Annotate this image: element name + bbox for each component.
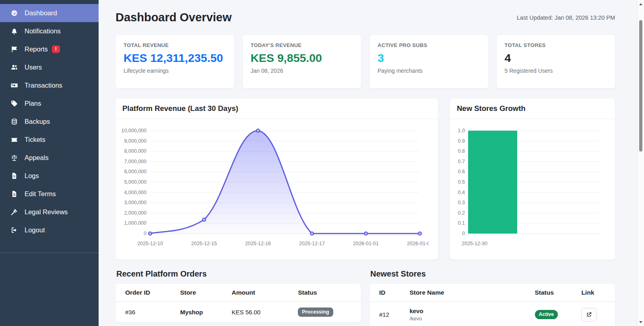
chart-title: Platform Revenue (Last 30 Days)	[116, 98, 438, 119]
orders-col-amount: Amount	[226, 284, 292, 302]
stat-card-total-stores: TOTAL STORES 4 5 Registered Users	[497, 35, 615, 88]
svg-text:6,000,000: 6,000,000	[124, 169, 147, 174]
svg-text:1,000,000: 1,000,000	[124, 220, 147, 226]
main-content: Dashboard Overview Last Updated: Jan 08,…	[99, 0, 637, 326]
chart-title: New Stores Growth	[450, 98, 615, 119]
stat-value: 4	[505, 52, 607, 64]
svg-text:0.6: 0.6	[458, 169, 465, 174]
svg-text:3,000,000: 3,000,000	[124, 200, 147, 205]
orders-col-store: Store	[174, 284, 226, 302]
orders-col-status: Status	[292, 284, 361, 302]
ticket-icon	[10, 136, 19, 144]
stores-col-name: Store Name	[404, 284, 529, 302]
stat-card-total-revenue: TOTAL REVENUE KES 12,311,235.50 Lifecycl…	[116, 35, 234, 88]
sidebar-item-label: Dashboard	[25, 9, 57, 17]
sidebar-item-backups[interactable]: Backups	[0, 113, 99, 131]
svg-text:0.8: 0.8	[458, 148, 465, 154]
sidebar: Dashboard Notifications Reports ! Users …	[0, 0, 99, 326]
sidebar-item-users[interactable]: Users	[0, 58, 99, 76]
file-icon	[10, 172, 19, 180]
sidebar-item-legal-reviews[interactable]: Legal Reviews	[0, 203, 99, 221]
gauge-icon	[10, 9, 19, 17]
stat-value: 3	[378, 52, 480, 64]
stat-cards-row: TOTAL REVENUE KES 12,311,235.50 Lifecycl…	[116, 35, 615, 88]
charts-row: Platform Revenue (Last 30 Days) 01,000,0…	[116, 98, 615, 260]
sidebar-item-label: Reports	[25, 45, 48, 53]
sidebar-item-dashboard[interactable]: Dashboard	[0, 4, 99, 22]
svg-text:2025-12-16: 2025-12-16	[245, 241, 271, 246]
store-status-badge: Active	[535, 310, 558, 319]
svg-text:0.4: 0.4	[458, 190, 465, 195]
svg-text:0.7: 0.7	[458, 159, 465, 164]
svg-text:7,000,000: 7,000,000	[124, 159, 147, 164]
order-id-cell: #36	[116, 302, 174, 322]
reports-alert-badge: !	[52, 45, 60, 53]
sidebar-item-label: Logs	[25, 172, 39, 180]
new-stores-chart-card: New Stores Growth 00.10.20.30.40.50.60.7…	[450, 98, 615, 260]
svg-text:8,000,000: 8,000,000	[124, 148, 147, 154]
svg-text:0: 0	[462, 231, 465, 236]
scrollbar-thumb[interactable]	[639, 20, 642, 152]
sidebar-item-label: Users	[25, 64, 42, 71]
svg-text:0.3: 0.3	[458, 200, 465, 205]
stores-col-id: ID	[369, 284, 404, 302]
svg-text:0.2: 0.2	[458, 210, 465, 216]
svg-text:4,000,000: 4,000,000	[124, 190, 147, 195]
svg-text:2026-01-08: 2026-01-08	[407, 241, 429, 246]
sidebar-item-label: Logout	[25, 226, 45, 234]
sidebar-item-logs[interactable]: Logs	[0, 167, 99, 185]
scroll-up-arrow[interactable]	[638, 1, 644, 7]
stores-col-link: Link	[576, 284, 615, 302]
svg-text:2025-12-10: 2025-12-10	[137, 241, 163, 246]
table-row: #12 kevo /kevo Active	[369, 302, 615, 326]
sidebar-item-transactions[interactable]: Transactions	[0, 76, 99, 94]
scroll-down-arrow[interactable]	[638, 319, 644, 325]
store-name-cell: kevo	[409, 308, 523, 314]
stat-card-todays-revenue: TODAY'S REVENUE KES 9,855.00 Jan 08, 202…	[243, 35, 361, 88]
stat-value: KES 9,855.00	[251, 52, 353, 64]
svg-text:0.9: 0.9	[458, 138, 465, 144]
store-link-button[interactable]	[581, 308, 597, 322]
svg-text:0.1: 0.1	[458, 220, 465, 226]
balance-scale-icon	[10, 154, 19, 162]
svg-text:2026-01-01: 2026-01-01	[353, 241, 379, 246]
sidebar-item-label: Backups	[25, 118, 50, 125]
stat-subtext: 5 Registered Users	[505, 68, 607, 74]
stat-subtext: Lifecycle earnings	[124, 68, 226, 74]
svg-text:2,000,000: 2,000,000	[124, 210, 147, 216]
page-title: Dashboard Overview	[116, 11, 232, 24]
sidebar-item-label: Notifications	[25, 27, 61, 35]
orders-table-title: Recent Platform Orders	[116, 269, 361, 279]
new-stores-bar-chart: 00.10.20.30.40.50.60.70.80.91.02025-12-3…	[453, 124, 602, 251]
stat-card-active-pro-subs: ACTIVE PRO SUBS 3 Paying merchants	[369, 35, 488, 88]
stores-col-status: Status	[529, 284, 576, 302]
stat-subtext: Paying merchants	[378, 68, 480, 74]
store-slug-cell: /kevo	[409, 316, 523, 322]
sidebar-item-logout[interactable]: Logout	[0, 221, 99, 239]
sidebar-item-label: Tickets	[25, 136, 45, 144]
file-signature-icon	[10, 190, 19, 198]
orders-table: Order ID Store Amount Status #36 Myshop …	[116, 284, 361, 322]
sidebar-item-label: Edit Terms	[25, 190, 56, 198]
logout-icon	[10, 226, 19, 234]
sidebar-item-label: Plans	[25, 100, 41, 107]
sidebar-item-appeals[interactable]: Appeals	[0, 149, 99, 167]
sidebar-item-reports[interactable]: Reports !	[0, 40, 99, 58]
money-bill-icon	[10, 82, 19, 90]
stat-label: TOTAL REVENUE	[124, 42, 226, 48]
store-id-cell: #12	[369, 302, 404, 326]
external-link-icon	[586, 312, 592, 318]
platform-revenue-chart-card: Platform Revenue (Last 30 Days) 01,000,0…	[116, 98, 438, 260]
sidebar-item-notifications[interactable]: Notifications	[0, 22, 99, 40]
bell-icon	[10, 27, 19, 35]
sidebar-item-tickets[interactable]: Tickets	[0, 131, 99, 149]
database-icon	[10, 118, 19, 126]
svg-text:5,000,000: 5,000,000	[124, 179, 147, 185]
stat-label: TODAY'S REVENUE	[251, 42, 353, 48]
vertical-scrollbar[interactable]	[637, 0, 644, 326]
sidebar-item-edit-terms[interactable]: Edit Terms	[0, 185, 99, 203]
orders-col-order-id: Order ID	[116, 284, 174, 302]
sidebar-item-plans[interactable]: Plans	[0, 94, 99, 113]
order-store-cell: Myshop	[174, 302, 226, 322]
svg-text:10,000,000: 10,000,000	[121, 128, 147, 133]
